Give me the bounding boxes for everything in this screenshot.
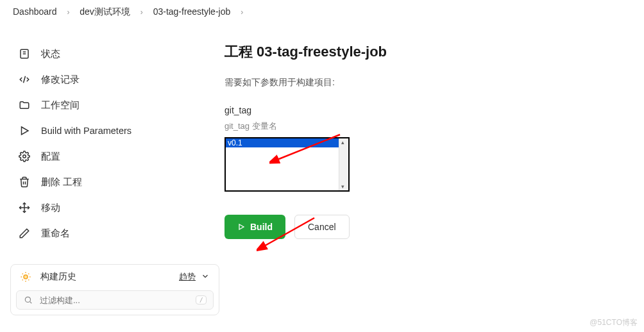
sidebar: 状态 修改记录 工作空间 Build with Parameters 配置 bbox=[0, 26, 218, 315]
play-icon bbox=[237, 223, 245, 231]
svg-line-3 bbox=[24, 76, 26, 83]
page-title: 工程 03-tag-freestyle-job bbox=[225, 42, 618, 62]
breadcrumb-item-dashboard[interactable]: Dashboard bbox=[10, 6, 60, 17]
play-icon bbox=[18, 124, 31, 137]
breadcrumb-item-env[interactable]: dev测试环境 bbox=[77, 6, 133, 18]
svg-point-8 bbox=[24, 275, 28, 279]
chevron-right-icon: › bbox=[62, 8, 74, 17]
sidebar-item-label: 移动 bbox=[41, 202, 60, 214]
sidebar-item-label: 工作空间 bbox=[41, 99, 80, 112]
code-icon bbox=[18, 73, 31, 86]
sidebar-item-label: 配置 bbox=[41, 151, 60, 163]
sidebar-item-label: Build with Parameters bbox=[41, 126, 131, 136]
sidebar-item-label: 删除 工程 bbox=[41, 176, 82, 188]
chevron-right-icon: › bbox=[135, 8, 148, 17]
chevron-right-icon: › bbox=[235, 8, 248, 17]
chevron-down-icon[interactable] bbox=[201, 272, 210, 283]
sidebar-item-status[interactable]: 状态 bbox=[10, 41, 218, 67]
scrollbar[interactable] bbox=[339, 138, 348, 190]
select-option[interactable]: v0.1 bbox=[226, 138, 348, 147]
breadcrumb: Dashboard › dev测试环境 › 03-tag-freestyle-j… bbox=[0, 0, 644, 26]
folder-icon bbox=[18, 99, 31, 112]
svg-marker-19 bbox=[239, 224, 244, 229]
sidebar-item-changes[interactable]: 修改记录 bbox=[10, 67, 218, 92]
sun-icon bbox=[20, 271, 31, 283]
build-history-filter[interactable]: / bbox=[16, 290, 214, 310]
cancel-button-label: Cancel bbox=[308, 222, 336, 232]
move-icon bbox=[18, 201, 31, 214]
gear-icon bbox=[18, 150, 31, 163]
svg-line-15 bbox=[22, 279, 23, 280]
svg-line-11 bbox=[22, 274, 23, 274]
cancel-button[interactable]: Cancel bbox=[294, 215, 350, 239]
filter-build-input[interactable] bbox=[40, 295, 196, 305]
build-history-title: 构建历史 bbox=[40, 271, 179, 283]
kbd-hint: / bbox=[196, 295, 207, 304]
search-icon bbox=[23, 295, 33, 305]
sidebar-item-configure[interactable]: 配置 bbox=[10, 144, 218, 169]
sidebar-item-label: 状态 bbox=[41, 48, 60, 60]
sidebar-item-label: 重命名 bbox=[41, 228, 70, 240]
sidebar-item-label: 修改记录 bbox=[41, 74, 80, 86]
param-name: git_tag bbox=[225, 105, 618, 115]
svg-line-12 bbox=[28, 279, 29, 280]
page-description: 需要如下参数用于构建项目: bbox=[225, 77, 618, 88]
sidebar-item-build-params[interactable]: Build with Parameters bbox=[10, 118, 218, 144]
svg-line-16 bbox=[28, 274, 29, 274]
trash-icon bbox=[18, 176, 31, 188]
sidebar-item-rename[interactable]: 重命名 bbox=[10, 220, 218, 246]
watermark: @51CTO博客 bbox=[589, 317, 638, 328]
build-history-card: 构建历史 趋势 / bbox=[10, 264, 219, 315]
svg-point-17 bbox=[25, 297, 30, 302]
trend-link[interactable]: 趋势 bbox=[179, 271, 196, 283]
sidebar-item-delete[interactable]: 删除 工程 bbox=[10, 169, 218, 195]
svg-point-5 bbox=[23, 155, 26, 158]
param-help: git_tag 变量名 bbox=[225, 120, 618, 132]
git-tag-select[interactable]: v0.1 bbox=[225, 137, 350, 192]
breadcrumb-item-job[interactable]: 03-tag-freestyle-job bbox=[151, 6, 233, 17]
svg-marker-4 bbox=[22, 127, 29, 135]
status-icon bbox=[18, 47, 31, 60]
sidebar-item-move[interactable]: 移动 bbox=[10, 195, 218, 220]
svg-line-18 bbox=[30, 302, 32, 304]
edit-icon bbox=[18, 227, 31, 240]
build-button-label: Build bbox=[250, 222, 273, 232]
main-content: 工程 03-tag-freestyle-job 需要如下参数用于构建项目: gi… bbox=[218, 26, 644, 315]
build-button[interactable]: Build bbox=[225, 215, 285, 239]
sidebar-item-workspace[interactable]: 工作空间 bbox=[10, 92, 218, 118]
